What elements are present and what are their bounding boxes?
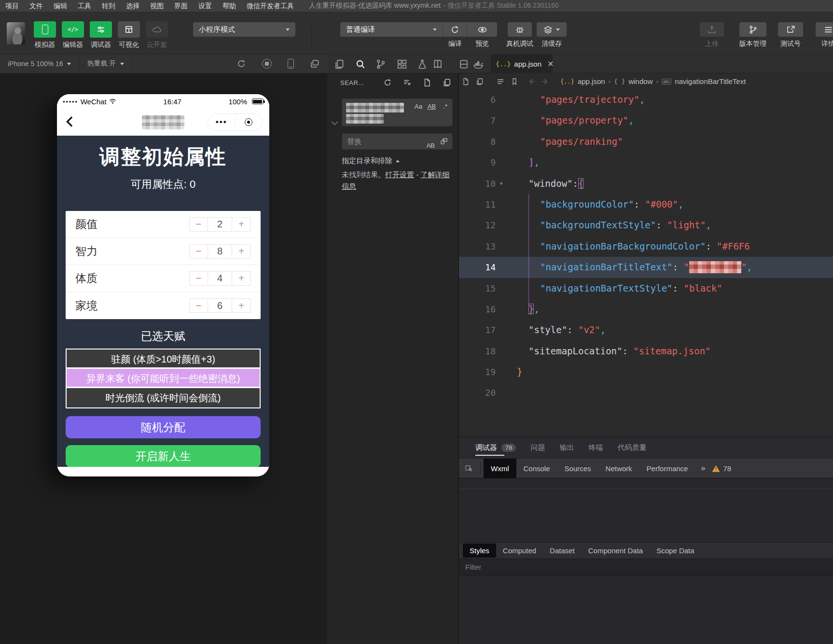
code-line[interactable]: 17"style": "v2", — [459, 320, 833, 340]
close-icon[interactable]: ✕ — [547, 59, 554, 69]
clear-results-icon[interactable] — [403, 78, 412, 87]
back-icon[interactable] — [65, 115, 75, 128]
styles-filter-input[interactable]: Filter — [459, 559, 833, 575]
clear-cache-button[interactable] — [537, 22, 567, 37]
test-account-button[interactable] — [778, 22, 803, 37]
code-line[interactable]: 14"navigationBarTitleText": "", — [459, 257, 833, 278]
mode-select[interactable]: 小程序模式 — [193, 22, 295, 37]
start-life-button[interactable]: 开启新人生 — [66, 445, 261, 467]
search-icon[interactable] — [355, 59, 366, 70]
copy-icon[interactable] — [443, 78, 451, 87]
code-line[interactable]: 19} — [459, 362, 833, 382]
code-line[interactable]: 8"pages/ranking" — [459, 131, 833, 152]
open-settings-link[interactable]: 打开设置 — [385, 170, 414, 179]
plus-button[interactable]: + — [232, 245, 250, 258]
menu-item[interactable]: 视图 — [145, 0, 169, 12]
more-tabs-icon[interactable]: » — [695, 464, 711, 473]
docker-whale-icon[interactable] — [473, 59, 484, 70]
code-line[interactable]: 9], — [459, 152, 833, 173]
tab-app-json[interactable]: {..} app.json ✕ — [491, 55, 553, 73]
minus-button[interactable]: − — [190, 272, 208, 285]
version-control-button[interactable] — [739, 22, 766, 37]
plus-button[interactable]: + — [232, 299, 250, 312]
include-exclude-toggle[interactable]: 指定目录和排除 — [342, 156, 400, 166]
simulator-toggle-button[interactable]: 模拟器 — [31, 21, 59, 49]
user-avatar[interactable] — [7, 22, 25, 44]
styles-tab[interactable]: Computed — [496, 544, 543, 558]
debugger-tab[interactable]: 输出 — [559, 437, 574, 458]
plus-button[interactable]: + — [232, 272, 250, 285]
nav-forward-icon[interactable] — [541, 78, 549, 85]
debugger-tab[interactable]: 终端 — [588, 437, 603, 458]
bookmark-icon[interactable] — [511, 78, 518, 85]
whole-word-toggle[interactable]: AB — [428, 103, 436, 110]
refresh-icon[interactable] — [383, 78, 392, 87]
debugger-tab[interactable]: 问题 — [530, 437, 545, 458]
menu-item[interactable]: 帮助 — [217, 0, 241, 12]
match-case-toggle[interactable]: Aa — [415, 103, 422, 110]
restart-icon[interactable] — [236, 59, 246, 69]
outline-list-icon[interactable] — [497, 78, 504, 85]
cloud-dev-button[interactable]: 云开发 — [143, 21, 171, 49]
wxml-tree-area[interactable] — [459, 478, 833, 489]
menu-item[interactable]: 界面 — [169, 0, 193, 12]
toggle-replace-icon[interactable] — [332, 119, 338, 125]
random-assign-button[interactable]: 随机分配 — [66, 416, 261, 438]
devtools-tab-wxml[interactable]: Wxml — [484, 459, 516, 478]
menu-item[interactable]: 文件 — [24, 0, 48, 12]
device-select[interactable]: iPhone 5 100% 16 — [0, 55, 79, 73]
compile-mode-select[interactable]: 普通编译 — [340, 22, 443, 37]
breadcrumb-leaf[interactable]: navigationBarTitleText — [675, 77, 746, 85]
debugger-toggle-button[interactable]: 调试器 — [87, 21, 115, 49]
code-line[interactable]: 11"backgroundColor": "#000", — [459, 194, 833, 215]
visualization-toggle-button[interactable]: 可视化 — [115, 21, 143, 49]
replace-all-icon[interactable] — [440, 138, 448, 145]
talent-item[interactable]: 时光倒流 (或许时间会倒流) — [67, 388, 260, 407]
styles-tab[interactable]: Styles — [463, 544, 496, 558]
device-debug-button[interactable] — [508, 22, 532, 37]
warning-counter[interactable]: 78 — [712, 464, 731, 473]
menu-item[interactable]: 工具 — [72, 0, 97, 12]
styles-tab[interactable]: Scope Data — [650, 544, 701, 558]
fold-chevron-icon[interactable]: ▾ — [500, 173, 503, 194]
menu-item[interactable]: 选择 — [121, 0, 145, 12]
editor-toggle-button[interactable]: </> 编辑器 — [59, 21, 87, 49]
code-line[interactable]: 16}, — [459, 299, 833, 320]
preview-button[interactable] — [467, 22, 497, 37]
menu-item[interactable]: 设置 — [193, 0, 217, 12]
preserve-case-toggle[interactable]: AB — [427, 138, 435, 154]
menu-item[interactable]: 微信开发者工具 — [241, 0, 299, 12]
minus-button[interactable]: − — [190, 245, 208, 258]
regex-toggle[interactable]: .* — [443, 103, 447, 110]
copy-icon[interactable] — [476, 78, 484, 85]
book-icon[interactable] — [432, 59, 443, 70]
compile-button[interactable] — [443, 22, 467, 37]
exit-target-icon[interactable] — [236, 118, 263, 126]
upload-button[interactable] — [700, 22, 724, 37]
code-line[interactable]: 15"navigationBarTextStyle": "black" — [459, 278, 833, 299]
talent-item[interactable]: 异界来客 (你可能听到一些绝密消息) — [67, 369, 260, 388]
search-input[interactable]: Aa AB .* — [342, 98, 453, 126]
layout-icon[interactable] — [458, 59, 469, 70]
code-line[interactable]: 10▾"window":{ — [459, 173, 833, 194]
extensions-icon[interactable] — [397, 59, 407, 70]
minus-button[interactable]: − — [190, 218, 208, 231]
code-line[interactable]: 18"sitemapLocation": "sitemap.json" — [459, 341, 833, 362]
devtools-tab-sources[interactable]: Sources — [557, 459, 598, 478]
replace-input[interactable]: 替换 AB — [342, 133, 453, 150]
plus-button[interactable]: + — [232, 218, 250, 231]
more-icon[interactable]: ••• — [208, 115, 235, 129]
hot-reload-toggle[interactable]: 热重载 开 — [79, 55, 132, 73]
nav-back-icon[interactable] — [528, 78, 535, 85]
code-line[interactable]: 20 — [459, 382, 833, 403]
debugger-tab[interactable]: 调试器78 — [475, 437, 516, 458]
code-line[interactable]: 13"navigationBarBackgroundColor": "#F6F6 — [459, 236, 833, 257]
inspect-element-icon[interactable] — [459, 463, 480, 473]
minus-button[interactable]: − — [190, 299, 208, 312]
files-icon[interactable] — [334, 59, 345, 70]
devtools-tab-console[interactable]: Console — [516, 459, 557, 478]
code-line[interactable]: 6"pages/trajectory", — [459, 89, 833, 110]
source-control-icon[interactable] — [375, 59, 386, 70]
new-search-editor-icon[interactable] — [423, 78, 431, 87]
debugger-tab[interactable]: 代码质量 — [617, 437, 646, 458]
